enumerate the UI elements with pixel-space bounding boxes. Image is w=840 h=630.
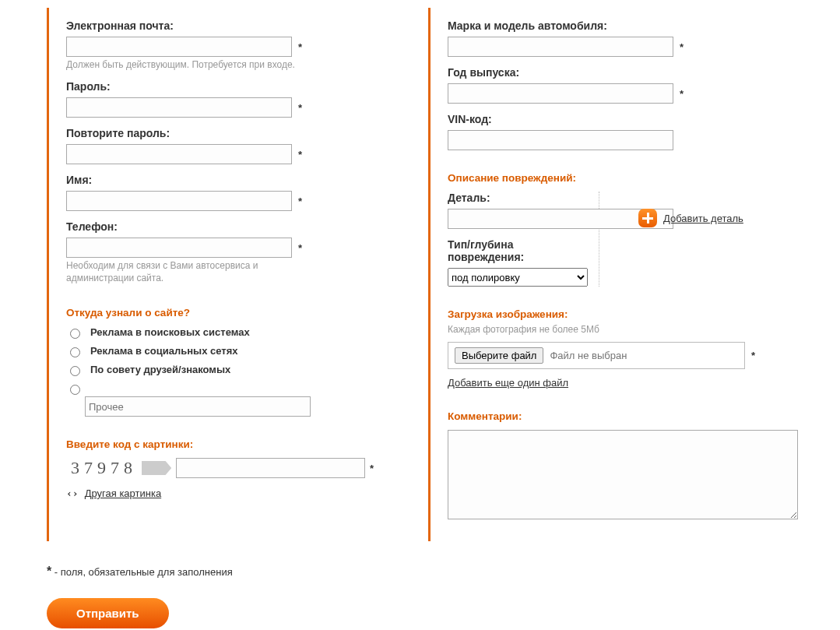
captcha-title: Введите код с картинки: [66, 438, 374, 450]
footer-note: * - поля, обязательные для заполнения [47, 565, 793, 579]
required-star: * [298, 102, 302, 114]
phone-hint: Необходим для связи с Вами автосервиса и… [66, 259, 315, 284]
phone-input[interactable] [66, 238, 292, 258]
car-input[interactable] [448, 37, 673, 57]
source-other-input[interactable] [85, 396, 311, 417]
source-label-search: Реклама в поисковых системах [90, 326, 250, 338]
plus-icon [638, 209, 657, 227]
source-title: Откуда узнали о сайте? [66, 307, 374, 319]
choose-file-button[interactable]: Выберите файл [455, 347, 543, 364]
password2-label: Повторите пароль: [66, 127, 374, 139]
add-file-link[interactable]: Добавить еще один файл [448, 377, 568, 389]
captcha-code: 37978 [66, 458, 137, 478]
password-input[interactable] [66, 97, 292, 118]
vin-input[interactable] [448, 130, 673, 150]
right-column: Марка и модель автомобиля: * Год выпуска… [428, 8, 755, 541]
email-label: Электронная почта: [66, 19, 374, 32]
required-star: * [298, 195, 302, 207]
source-radio-other[interactable] [70, 385, 80, 395]
source-radio-friends[interactable] [70, 366, 80, 376]
name-label: Имя: [66, 174, 374, 186]
part-label: Деталь: [448, 192, 588, 204]
upload-title: Загрузка изображения: [448, 308, 755, 320]
source-radio-social[interactable] [70, 347, 80, 357]
depth-label: Тип/глубина повреждения: [448, 238, 588, 263]
add-part-link[interactable]: Добавить деталь [663, 213, 743, 224]
upload-hint: Каждая фотография не более 5Мб [448, 323, 697, 336]
source-label-friends: По совету друзей/знакомых [90, 364, 230, 375]
comments-textarea[interactable] [448, 430, 798, 519]
phone-label: Телефон: [66, 220, 374, 233]
reload-captcha-link[interactable]: Другая картинка [85, 487, 161, 499]
reload-icon: ‹› [66, 487, 79, 499]
damage-title: Описание повреждений: [448, 172, 755, 184]
required-star: * [751, 350, 755, 361]
email-hint: Должен быть действующим. Потребуется при… [66, 58, 315, 71]
file-chooser[interactable]: Выберите файл Файл не выбран [448, 342, 745, 369]
required-star: * [680, 88, 684, 100]
arrow-icon [142, 461, 171, 475]
name-input[interactable] [66, 191, 292, 211]
depth-select[interactable]: под полировку [448, 268, 588, 287]
required-star: * [680, 41, 684, 53]
required-star: * [298, 41, 302, 53]
vin-label: VIN-код: [448, 113, 755, 125]
year-input[interactable] [448, 83, 673, 104]
captcha-input[interactable] [176, 458, 365, 478]
email-input[interactable] [66, 37, 292, 57]
password2-input[interactable] [66, 144, 292, 164]
required-star: * [370, 463, 374, 474]
comments-title: Комментарии: [448, 410, 755, 422]
car-label: Марка и модель автомобиля: [448, 19, 755, 32]
source-label-social: Реклама в социальных сетях [90, 345, 238, 357]
required-star: * [298, 242, 302, 254]
required-star: * [298, 149, 302, 160]
source-radio-search[interactable] [70, 329, 80, 339]
password-label: Пароль: [66, 80, 374, 93]
left-column: Электронная почта: * Должен быть действу… [47, 8, 374, 541]
footer-note-text: - поля, обязательные для заполнения [51, 566, 233, 578]
submit-button[interactable]: Отправить [47, 598, 169, 628]
year-label: Год выпуска: [448, 66, 755, 79]
no-file-text: Файл не выбран [550, 350, 627, 361]
